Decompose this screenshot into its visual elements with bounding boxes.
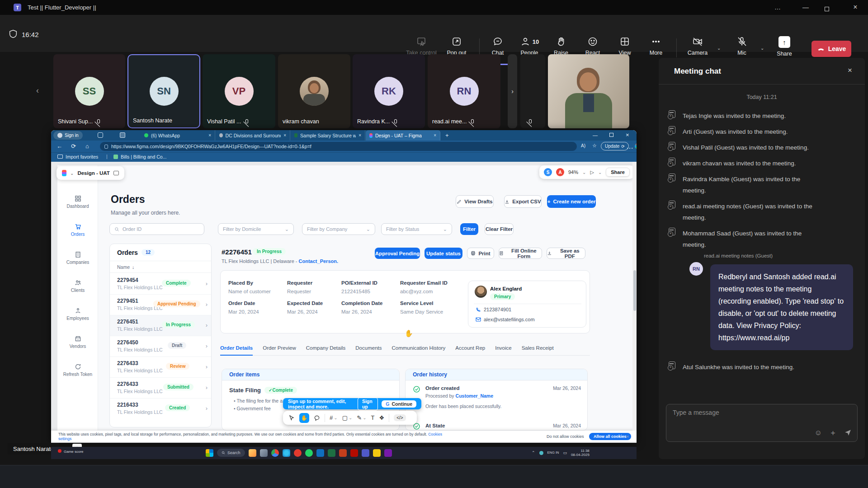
pdf-icon[interactable] [350,449,358,457]
move-tool-icon[interactable] [288,415,295,421]
order-row[interactable]: 2279451TL Flex Holdings LLC Approval Pen… [110,295,212,315]
leave-button[interactable]: Leave [811,41,851,57]
order-id-search-input[interactable]: Order ID [109,223,204,235]
participant-tile[interactable]: RN read.ai mee... [428,54,500,128]
home-icon[interactable]: ⌂ [85,143,89,150]
tab-close-icon[interactable]: × [434,133,436,138]
excel-icon[interactable] [328,449,335,457]
participant-tile[interactable]: vikram chavan [278,54,350,128]
opera-icon[interactable] [294,449,302,457]
contact-phone[interactable]: 2123874901 [484,307,511,312]
layout-panel-icon[interactable] [113,171,119,175]
tab-close-icon[interactable]: × [359,133,361,138]
create-new-order-button[interactable]: + Create new order [547,195,596,208]
inner-search-box[interactable]: Search [217,449,245,457]
sidebar-item-vendors[interactable]: Vendors [57,335,98,349]
figma-doc-name[interactable]: Design - UAT [77,170,109,176]
tab-documents[interactable]: Documents [355,345,382,351]
figma-menu-chevron-icon[interactable]: ⌄ [70,171,74,176]
browser-maximize-button[interactable] [609,133,613,137]
shape-tool-icon[interactable]: ▢⌄ [342,414,353,421]
chat-message-input[interactable] [673,409,808,416]
clear-filter-button[interactable]: Clear Filter [485,223,514,235]
sidebar-item-dashboard[interactable]: Dashboard [57,195,98,209]
participant-tile[interactable]: RK Ravindra K... [353,54,425,128]
filter-domicile-select[interactable]: Filter by Domicile⌄ [218,223,294,235]
participant-tile[interactable]: SS Shivani Sup... [53,54,125,128]
window-close-button[interactable]: × [846,3,864,11]
chrome-icon[interactable] [271,449,279,457]
browser-update-button[interactable]: Update ⟳ [601,142,629,150]
pop-out-button[interactable]: Pop out [441,36,472,56]
approval-pending-button[interactable]: Approval Pending [375,248,420,259]
pinned-app-icon[interactable] [260,449,268,457]
collaborator-avatar[interactable]: A [556,168,564,176]
camera-button[interactable]: Camera [682,36,713,56]
browser-tab-active[interactable]: Design - UAT – Figma× [366,130,440,141]
print-button[interactable]: Print [467,248,494,259]
folder-icon[interactable] [373,449,381,457]
sidebar-item-companies[interactable]: Companies [57,251,98,265]
react-button[interactable]: React [577,36,609,56]
favorite-star-icon[interactable]: ☆ [592,143,597,149]
deny-cookies-button[interactable]: Do not allow cookies [547,434,584,439]
sidebar-item-clients[interactable]: Clients [57,279,98,293]
dev-mode-toggle[interactable]: </> [394,414,406,421]
collaborator-avatar[interactable]: S [544,168,552,176]
chat-button[interactable]: Chat [482,36,514,56]
mic-button[interactable]: Mic [726,36,758,56]
participant-tile-active-speaker[interactable]: SN Santosh Narate [127,54,200,128]
tab-sales-receipt[interactable]: Sales Receipt [522,345,554,351]
pen-tool-icon[interactable]: ✎⌄ [357,414,366,421]
participant-tile-partial[interactable] [520,54,545,128]
browser-tab[interactable]: Sample Salary Structure with calc× [291,130,365,141]
filter-button[interactable]: Filter [460,223,478,235]
attach-plus-icon[interactable]: ＋ [829,427,837,438]
people-button[interactable]: 10 People [514,36,545,56]
pinned-app-icon[interactable] [384,449,392,457]
browser-scrollbar[interactable] [632,162,637,431]
window-more-icon[interactable]: … [769,4,787,11]
whatsapp-icon[interactable] [305,449,313,457]
tab-order-details[interactable]: Order Details [220,345,253,356]
component-tool-icon[interactable]: ❖ [379,414,385,421]
contact-email[interactable]: alex@vstatefilings.com [484,317,535,322]
refresh-icon[interactable]: ⟳ [71,143,76,150]
tab-account-rep[interactable]: Account Rep [455,345,485,351]
send-icon[interactable] [844,429,852,436]
browser-tab[interactable]: DC Divisions and Surroundings× [216,130,290,141]
browser-vertical-tabs-icon[interactable] [120,132,125,138]
sidebar-item-employees[interactable]: Employees [57,307,98,321]
allow-cookies-button[interactable]: Allow all cookies [589,433,631,440]
browser-minimize-button[interactable]: — [593,132,598,138]
spotlight-video-tile[interactable] [548,54,629,128]
frame-tool-icon[interactable]: #⌄ [330,414,338,421]
fill-online-form-button[interactable]: Fill Online Form [499,248,542,259]
comment-tool-icon[interactable] [314,415,320,421]
participant-tile[interactable]: VP Vishal Patil ... [203,54,275,128]
sidebar-item-orders[interactable]: Orders [57,223,98,237]
order-row[interactable]: 2279454TL Flex Holdings LLC Complete› [110,274,212,295]
share-button[interactable]: ↑ Share [769,36,800,57]
customer-name-link[interactable]: Customer_Name [456,393,493,399]
start-icon[interactable] [206,449,213,457]
contact-person-link[interactable]: Contact_Person. [299,258,338,264]
tiles-scroll-right-button[interactable]: › [508,54,517,128]
powerpoint-icon[interactable] [339,449,347,457]
tray-caret-icon[interactable]: ⌃ [532,450,535,455]
figma-share-button[interactable]: Share [606,168,630,177]
scrollbar-thumb[interactable] [633,270,636,311]
tab-order-preview[interactable]: Order Preview [263,345,296,351]
tab-close-icon[interactable]: × [283,133,286,138]
order-row-selected[interactable]: 2276451TL Flex Holdings LLC In Progress› [110,315,212,336]
order-row[interactable]: 2276433TL Flex Holdings LLC Submitted› [110,378,212,399]
browser-menu-icon[interactable]: … [626,142,633,150]
back-icon[interactable]: ← [57,143,62,150]
view-button[interactable]: View [609,36,641,56]
text-tool-icon[interactable]: T [371,414,375,421]
mic-options-chevron-icon[interactable]: ⌄ [760,46,764,51]
sidebar-item-refresh-token[interactable]: Refresh Token [57,363,98,377]
more-button[interactable]: More [640,36,672,56]
browser-close-button[interactable]: × [626,131,629,138]
new-tab-button[interactable]: + [445,132,449,139]
